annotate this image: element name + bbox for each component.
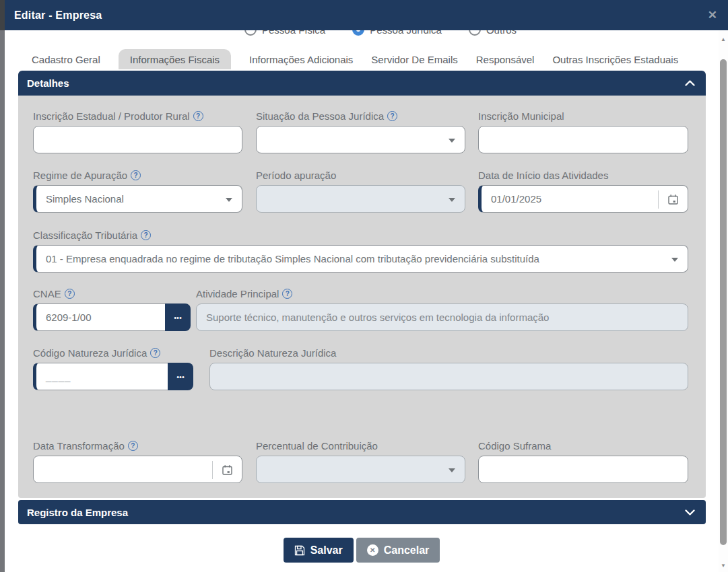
scroll-up-icon[interactable]: ▲ [719, 34, 728, 44]
section-header-detalhes[interactable]: Detalhes [18, 71, 706, 96]
help-icon[interactable]: ? [150, 348, 160, 358]
data-inicio-atividades-input[interactable]: 01/01/2025 [478, 185, 688, 213]
atividade-principal-input: Suporte técnico, manutenção e outros ser… [196, 303, 688, 331]
edit-company-modal: Pessoa Física Pessoa Jurídica Outros Edi… [0, 0, 728, 572]
tab-servidor-de-emails[interactable]: Servidor De Emails [371, 49, 457, 69]
close-icon[interactable]: ✕ [708, 9, 717, 21]
section-header-registro-da-empresa[interactable]: Registro da Empresa [18, 500, 706, 524]
field-label: Código Suframa [478, 439, 688, 452]
classificacao-tributaria-select[interactable]: 01 - Empresa enquadrada no regime de tri… [33, 245, 688, 273]
chevron-up-icon [685, 80, 695, 86]
tab-informacoes-fiscais[interactable]: Informações Fiscais [119, 49, 231, 69]
tab-informacoes-adicionais[interactable]: Informações Adicionais [249, 49, 353, 69]
field-label: Atividade Principal ? [196, 287, 688, 299]
field-label: Classificação Tributária ? [33, 229, 688, 241]
modal-header: Editar - Empresa ✕ [5, 0, 728, 30]
chevron-down-icon [449, 139, 455, 143]
detalhes-panel: Inscrição Estadual / Produtor Rural ? Si… [18, 96, 706, 498]
field-label: Regime de Apuração ? [33, 169, 242, 181]
field-label: Data de Início das Atividades [478, 169, 688, 181]
tab-responsavel[interactable]: Responsável [476, 49, 535, 69]
help-icon[interactable]: ? [65, 289, 75, 299]
field-label: Inscrição Municipal [478, 110, 688, 122]
calendar-icon[interactable] [212, 461, 242, 479]
regime-apuracao-select[interactable]: Simples Nacional [33, 185, 242, 213]
chevron-down-icon [685, 509, 695, 515]
page-backdrop [0, 30, 5, 572]
chevron-down-icon [449, 468, 455, 472]
data-transformacao-input[interactable] [33, 456, 242, 483]
cancel-x-icon: ✕ [367, 544, 378, 556]
help-icon[interactable]: ? [282, 289, 292, 299]
field-label: Situação da Pessoa Jurídica ? [256, 110, 465, 122]
field-label: Inscrição Estadual / Produtor Rural ? [33, 110, 242, 122]
cnae-search-button[interactable]: ••• [165, 303, 191, 331]
codigo-suframa-input[interactable] [478, 456, 688, 483]
descricao-natureza-juridica-input [209, 363, 688, 390]
modal-title: Editar - Empresa [14, 9, 102, 22]
help-icon[interactable]: ? [128, 441, 138, 451]
codigo-natureza-juridica-input[interactable]: ____ [33, 363, 168, 390]
section-title: Registro da Empresa [27, 507, 128, 518]
percentual-contribuicao-select [256, 456, 465, 483]
cancel-button[interactable]: ✕ Cancelar [356, 538, 440, 563]
field-label: Descrição Natureza Jurídica [209, 347, 688, 359]
tab-cadastro-geral[interactable]: Cadastro Geral [32, 49, 100, 69]
calendar-icon[interactable] [658, 190, 688, 209]
chevron-down-icon [449, 198, 455, 202]
field-label: Período apuração [256, 169, 465, 181]
tab-outras-inscricoes-estaduais[interactable]: Outras Inscrições Estaduais [552, 49, 678, 69]
help-icon[interactable]: ? [387, 111, 397, 121]
help-icon[interactable]: ? [131, 170, 141, 180]
field-label: CNAE ? [33, 287, 191, 299]
inscricao-municipal-input[interactable] [478, 126, 688, 153]
field-label: Percentual de Contribuição [256, 439, 465, 452]
scrollbar-thumb[interactable] [720, 59, 727, 545]
modal-footer: Salvar ✕ Cancelar [0, 538, 723, 563]
scroll-down-icon[interactable]: ▼ [719, 561, 728, 570]
save-button[interactable]: Salvar [284, 538, 354, 563]
natureza-juridica-search-button[interactable]: ••• [168, 363, 193, 390]
inscricao-estadual-input[interactable] [33, 126, 242, 153]
chevron-down-icon [671, 258, 678, 262]
situacao-pessoa-juridica-select[interactable] [256, 126, 465, 153]
section-title: Detalhes [27, 77, 69, 89]
cnae-input[interactable]: 6209-1/00 [33, 303, 165, 331]
page-backdrop [0, 0, 5, 30]
field-label: Data Transformação ? [33, 439, 242, 452]
periodo-apuracao-select [256, 185, 465, 213]
scrollbar[interactable]: ▲ ▼ [719, 30, 728, 572]
field-label: Código Natureza Jurídica ? [33, 347, 193, 359]
save-disk-icon [294, 545, 305, 556]
help-icon[interactable]: ? [193, 111, 203, 121]
chevron-down-icon [226, 198, 232, 202]
help-icon[interactable]: ? [141, 230, 151, 240]
tab-bar: Cadastro Geral Informações Fiscais Infor… [5, 49, 719, 69]
